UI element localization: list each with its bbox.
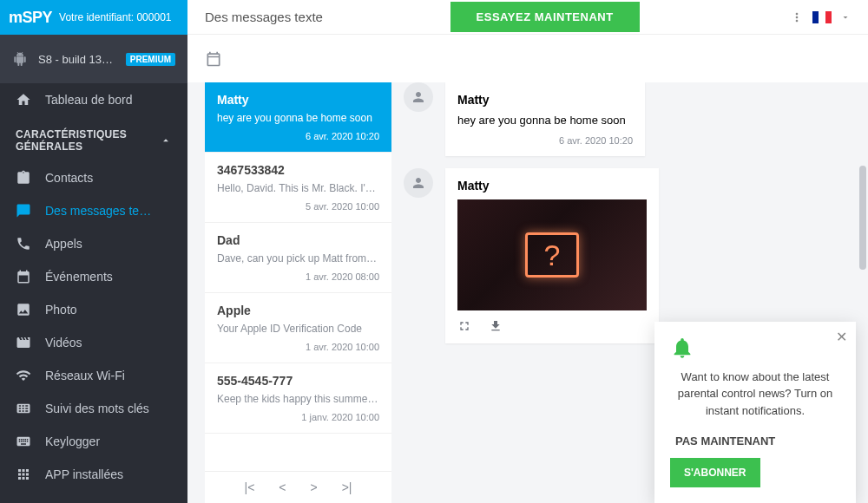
subscribe-button[interactable]: S'ABONNER: [670, 458, 760, 487]
page-title: Des messages texte: [205, 10, 323, 24]
message-bubble: Matty ?: [445, 168, 659, 343]
expand-icon[interactable]: [457, 319, 471, 333]
chevron-up-icon: [160, 134, 172, 147]
chevron-down-icon[interactable]: [840, 12, 851, 23]
brand-bar: mSPY Votre identifiant: 000001: [0, 0, 187, 35]
nav-wifi[interactable]: Réseaux Wi-Fi: [0, 359, 187, 392]
not-now-button[interactable]: PAS MAINTENANT: [670, 434, 775, 447]
device-selector[interactable]: S8 - build 13 -… PREMIUM: [0, 35, 187, 83]
nav-keywords[interactable]: Suivi des mots clés: [0, 392, 187, 425]
try-now-button[interactable]: ESSAYEZ MAINTENANT: [450, 2, 640, 32]
nav-contacts[interactable]: Contacts: [0, 161, 187, 194]
nav-calls[interactable]: Appels: [0, 227, 187, 260]
wifi-icon: [16, 368, 31, 383]
message-icon: [16, 203, 31, 219]
clipboard-icon: [16, 170, 31, 186]
notification-popup: ✕ Want to know about the latest parental…: [654, 322, 856, 504]
nav-sms[interactable]: Des messages te…: [0, 194, 187, 227]
device-name: S8 - build 13 -…: [38, 53, 115, 66]
video-icon: [16, 335, 31, 350]
message-bubble: Matty hey are you gonna be home soon 6 a…: [445, 82, 645, 156]
nav-events[interactable]: Événements: [0, 260, 187, 293]
phone-icon: [16, 236, 31, 252]
pager: |< < > >|: [205, 471, 391, 503]
image-icon: [16, 302, 31, 317]
premium-badge: PREMIUM: [126, 53, 175, 66]
message-image[interactable]: ?: [457, 199, 647, 310]
nav-keylogger[interactable]: Keylogger: [0, 425, 187, 458]
android-icon: [12, 51, 28, 67]
nav-photo[interactable]: Photo: [0, 293, 187, 326]
nav-section-general[interactable]: CARACTÉRISTIQUES GÉNÉRALES: [0, 116, 187, 161]
pager-first[interactable]: |<: [245, 480, 255, 494]
message-row: Matty ?: [404, 168, 845, 343]
keylogger-icon: [16, 434, 31, 449]
bell-icon: [670, 336, 840, 360]
pager-last[interactable]: >|: [342, 480, 352, 494]
calendar-icon: [16, 269, 31, 284]
nav-apps[interactable]: APP installées: [0, 458, 187, 491]
main: Des messages texte ESSAYEZ MAINTENANT Ma…: [187, 0, 868, 503]
avatar: [404, 82, 433, 112]
message-row: Matty hey are you gonna be home soon 6 a…: [404, 82, 845, 156]
brand-logo: mSPY: [9, 9, 52, 27]
scrollbar[interactable]: [859, 166, 866, 500]
avatar: [404, 168, 433, 198]
calendar-filter-icon[interactable]: [205, 50, 222, 68]
thread-item[interactable]: 555-4545-777 Keep the kids happy this su…: [205, 363, 391, 434]
sidebar: mSPY Votre identifiant: 000001 S8 - buil…: [0, 0, 187, 503]
thread-item[interactable]: Apple Your Apple ID Verification Code 1 …: [205, 293, 391, 363]
notification-text: Want to know about the latest parental c…: [670, 369, 840, 420]
nav-dashboard[interactable]: Tableau de bord: [0, 83, 187, 116]
thread-list: Matty hey are you gonna be home soon 6 a…: [205, 82, 391, 503]
thread-item[interactable]: Matty hey are you gonna be home soon 6 a…: [205, 82, 391, 153]
content: Matty hey are you gonna be home soon 6 a…: [187, 82, 868, 503]
apps-icon: [16, 467, 31, 482]
nav-videos[interactable]: Vidéos: [0, 326, 187, 359]
language-flag-fr[interactable]: [812, 11, 832, 23]
toolbar: [187, 35, 868, 82]
more-icon[interactable]: [790, 10, 804, 24]
download-icon[interactable]: [489, 319, 503, 333]
thread-item[interactable]: 3467533842 Hello, David. This is Mr. Bla…: [205, 153, 391, 223]
pager-prev[interactable]: <: [279, 480, 286, 494]
home-icon: [16, 92, 31, 108]
close-icon[interactable]: ✕: [836, 329, 847, 345]
user-id-label: Votre identifiant: 000001: [59, 11, 171, 23]
nav: Tableau de bord CARACTÉRISTIQUES GÉNÉRAL…: [0, 83, 187, 491]
pager-next[interactable]: >: [311, 480, 318, 494]
keyboard-icon: [16, 401, 31, 416]
thread-item[interactable]: Dad Dave, can you pick up Matt from scho…: [205, 223, 391, 293]
topbar: Des messages texte ESSAYEZ MAINTENANT: [187, 0, 868, 35]
